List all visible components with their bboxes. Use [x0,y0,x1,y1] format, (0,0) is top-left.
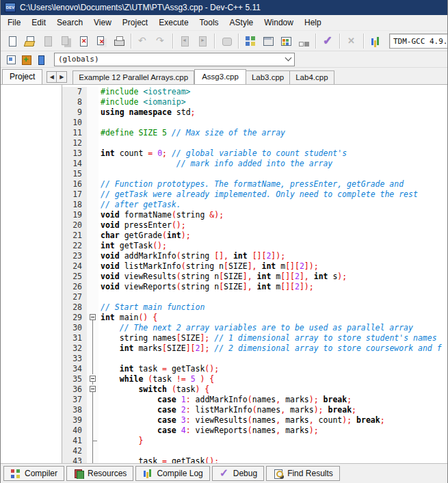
menu-item-project[interactable]: Project [117,16,153,29]
code-line: 25void viewResults(string n[SIZE], int m… [62,272,447,282]
app-icon: DEV [5,3,16,12]
menu-item-search[interactable]: Search [51,16,88,29]
fold-marker[interactable] [87,384,98,395]
fold-margin [87,159,98,169]
menu-item-view[interactable]: View [88,16,117,29]
code-text: } [98,436,143,446]
tab-lab3-cpp[interactable]: Lab3.cpp [246,70,290,84]
save-all-button[interactable] [57,32,75,50]
tab-assg3-cpp[interactable]: Assg3.cpp [194,69,246,84]
line-number: 32 [62,343,87,354]
tab-lab4-cpp[interactable]: Lab4.cpp [290,70,334,84]
code-text [98,446,101,456]
compile-log-tab-button[interactable]: Compile Log [135,466,209,481]
debug-tab-button[interactable]: Debug [212,466,264,481]
tab-example-12-parallel-arrays-cpp[interactable]: Example 12 Parallel Arrays.cpp [73,70,194,84]
menu-item-file[interactable]: File [2,16,26,29]
back-icon [179,35,191,47]
toggle-bookmark-button[interactable] [18,53,34,66]
undo-button[interactable] [134,32,152,50]
code-line: 27 [62,292,447,302]
main-toolbar: TDM-GCC 4.9. [1,30,447,51]
project-options-button[interactable] [277,32,295,50]
tab-scroll-left-button[interactable]: ◀ [47,71,57,83]
code-line: 13int count = 0; // global variable to c… [62,148,447,159]
tab-scroll-right-button[interactable]: ▶ [57,71,67,83]
shortcuts-button[interactable] [295,32,313,50]
fold-marker[interactable] [87,374,98,384]
new-file-button[interactable] [3,32,21,50]
code-line: 7#include <iostream> [62,87,447,97]
line-number: 16 [62,179,87,190]
toolbar-separator [339,34,340,49]
line-number: 21 [62,231,87,241]
close-file-button[interactable] [75,32,92,50]
code-line: 15 [62,169,447,179]
remove-window-button[interactable] [259,32,277,50]
open-file-button[interactable] [21,32,39,50]
save-icon [42,35,54,47]
fold-collapse-icon[interactable] [90,386,96,392]
swap-header-source-icon [220,35,233,47]
abort-icon [345,35,358,47]
project-panel[interactable] [1,84,62,463]
line-number: 43 [62,456,87,463]
back-button[interactable] [176,32,194,50]
fold-margin [87,210,98,220]
profile-button[interactable] [367,32,384,50]
fold-marker [87,436,98,446]
goto-bookmark-button[interactable] [34,53,49,66]
code-editor[interactable]: 7#include <iostream>8#include <iomanip>9… [62,84,447,463]
forward-button[interactable] [194,32,211,50]
menu-item-execute[interactable]: Execute [153,16,194,29]
goto-bookmark-icon [36,54,47,65]
fold-collapse-icon[interactable] [90,314,96,320]
class-browser-select[interactable]: (globals) [54,53,295,66]
fold-margin [87,107,98,118]
line-number: 28 [62,302,87,313]
resources-tab-button[interactable]: Resources [66,466,133,481]
chevron-down-icon [285,55,292,62]
menu-item-tools[interactable]: Tools [194,16,224,29]
find-results-tab-button[interactable]: Find Results [266,466,340,481]
code-line: 21char getGrade(int); [62,231,447,241]
menu-item-window[interactable]: Window [259,16,299,29]
fold-margin [87,190,98,200]
code-line: 28// Start main function [62,302,447,313]
fold-collapse-icon[interactable] [90,376,96,382]
insert-snippet-button[interactable] [3,53,18,66]
code-text: switch (task) { [98,384,209,395]
code-line: 16// Function prototypes. The formatName… [62,179,447,190]
save-button[interactable] [39,32,57,50]
profile-icon [369,35,382,47]
syntax-check-button[interactable] [319,32,337,50]
menu-item-edit[interactable]: Edit [26,16,51,29]
project-options-icon [280,35,292,47]
compiler-tab-button[interactable]: Compiler [3,466,64,481]
find-results-icon [273,468,284,479]
code-text [98,118,101,128]
new-project-button[interactable] [241,32,259,50]
toolbar-separator [172,34,173,49]
tab-project-panel[interactable]: Project [2,69,42,84]
menu-item-help[interactable]: Help [299,16,327,29]
code-text: void viewReports(string n[SIZE], int m[]… [98,282,314,292]
compiler-select[interactable]: TDM-GCC 4.9. [389,34,447,49]
code-text: #include <iomanip> [98,97,186,107]
close-all-button[interactable] [92,32,110,50]
print-button[interactable] [110,32,128,50]
swap-header-source-button[interactable] [218,32,235,50]
line-number: 23 [62,251,87,261]
shortcuts-icon [298,35,310,47]
menu-item-astyle[interactable]: AStyle [224,16,259,29]
code-text [98,138,101,148]
code-text [98,354,101,364]
code-text: int count = 0; // global variable to cou… [98,148,347,159]
syntax-check-icon [321,35,334,47]
abort-button[interactable] [343,32,360,50]
compiler-select-value: TDM-GCC 4.9. [393,37,447,46]
code-text: // The next 2 array variables are to be … [98,323,413,333]
fold-marker[interactable] [87,313,98,323]
redo-button[interactable] [152,32,170,50]
tab-row: Project ◀ ▶ Example 12 Parallel Arrays.c… [1,68,447,84]
